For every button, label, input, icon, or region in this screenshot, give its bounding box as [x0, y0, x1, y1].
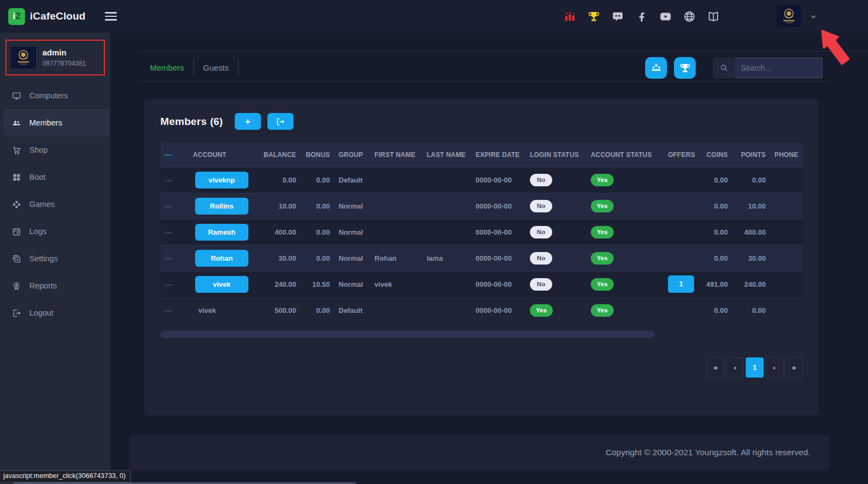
sidebar-item-settings[interactable]: Settings: [0, 245, 110, 272]
account-status-pill: Yes: [591, 252, 614, 265]
cell-first-name: [370, 219, 422, 245]
search-input[interactable]: [735, 58, 822, 78]
row-actions-icon[interactable]: •••: [165, 309, 172, 314]
member-row: •••Ramesh400.000.00Normal0000-00-00NoYes…: [160, 219, 803, 245]
cell-offers: [664, 297, 697, 323]
app-logo[interactable]: i2 iCafeCloud: [0, 8, 85, 25]
website-globe-icon[interactable]: [683, 10, 696, 23]
offers-badge[interactable]: 1: [668, 275, 694, 293]
divider: [138, 81, 829, 81]
chevron-down-icon[interactable]: [809, 12, 818, 21]
login-status-pill: No: [530, 252, 552, 265]
cell-bonus: 0.00: [301, 219, 334, 245]
add-member-button[interactable]: +: [235, 113, 261, 130]
gamepad-icon: [12, 200, 21, 209]
user-avatar[interactable]: [776, 5, 802, 27]
column-header-points: POINTS: [732, 143, 770, 167]
docs-book-icon[interactable]: [707, 10, 720, 23]
app-logo-text: iCafeCloud: [30, 10, 85, 22]
panel-count: (6): [210, 116, 223, 128]
app-logo-icon: i2: [8, 8, 25, 25]
account-label[interactable]: vivek: [198, 306, 216, 315]
discord-icon[interactable]: [611, 10, 624, 23]
member-groups-button[interactable]: [645, 57, 667, 79]
cell-last-name: [422, 219, 471, 245]
cell-phone: [770, 271, 803, 297]
cell-points: 30.00: [732, 245, 770, 271]
cell-group: Normal: [334, 271, 370, 297]
row-actions-icon[interactable]: •••: [165, 256, 172, 262]
pagination-first[interactable]: «: [707, 357, 725, 378]
sidebar-profile[interactable]: admin 097778704381: [5, 40, 105, 76]
cell-account-status: Yes: [586, 297, 664, 323]
divider: [138, 51, 868, 52]
column-header-offers: OFFERS: [664, 143, 697, 167]
column-header-group: GROUP: [334, 143, 370, 167]
youtube-icon[interactable]: [659, 10, 672, 23]
cell-expire-date: 0000-00-00: [471, 297, 526, 323]
sidebar-item-logout[interactable]: Logout: [0, 299, 110, 326]
cell-actions: •••: [160, 271, 189, 297]
member-row: •••Rohan30.000.00NormalRohanlama0000-00-…: [160, 245, 803, 271]
cell-expire-date: 0000-00-00: [471, 245, 526, 271]
pagination-last[interactable]: »: [785, 357, 803, 378]
row-actions-icon[interactable]: •••: [165, 230, 172, 236]
cell-expire-date: 0000-00-00: [471, 167, 526, 193]
tab-guests[interactable]: Guests: [194, 63, 239, 72]
cell-balance: 30.00: [253, 245, 301, 271]
horizontal-scrollbar[interactable]: [160, 331, 655, 338]
sidebar-menu: ComputersMembersShopBootGamesLogsSetting…: [0, 82, 110, 326]
rewards-trophy-icon[interactable]: [588, 10, 600, 23]
cell-account: vivek: [189, 271, 253, 297]
cell-login-status: No: [526, 245, 586, 271]
row-actions-icon[interactable]: •••: [165, 282, 172, 288]
account-button[interactable]: viveknp: [195, 172, 248, 188]
pagination-next[interactable]: ›: [765, 357, 783, 378]
sidebar-item-games[interactable]: Games: [0, 191, 110, 218]
tab-members[interactable]: Members: [141, 63, 193, 72]
pagination-page-1[interactable]: 1: [746, 357, 764, 378]
column-header-actions: •••: [160, 143, 189, 167]
login-status-pill: No: [530, 278, 552, 291]
account-button[interactable]: Rohan: [195, 250, 248, 267]
cell-login-status: No: [526, 167, 586, 193]
facebook-icon[interactable]: [635, 10, 648, 23]
row-actions-icon[interactable]: •••: [165, 204, 172, 210]
divider: [238, 58, 239, 77]
sidebar-item-boot[interactable]: Boot: [0, 164, 110, 191]
cell-coins: 0.00: [697, 167, 732, 193]
cell-balance: 240.00: [253, 271, 301, 297]
sidebar-item-computers[interactable]: Computers: [0, 82, 110, 109]
cell-actions: •••: [160, 193, 189, 219]
columns-settings-icon[interactable]: •••: [165, 153, 172, 158]
badge-icon: [12, 281, 21, 291]
cell-first-name: [370, 193, 422, 219]
account-button[interactable]: Rollins: [195, 198, 248, 215]
cell-actions: •••: [160, 245, 189, 271]
export-members-button[interactable]: [267, 113, 294, 130]
account-button[interactable]: Ramesh: [195, 224, 248, 241]
cell-points: 400.00: [732, 219, 770, 245]
rewards-button[interactable]: [674, 57, 696, 79]
row-actions-icon[interactable]: •••: [165, 178, 172, 184]
account-button[interactable]: vivek: [195, 276, 248, 293]
sidebar-item-shop[interactable]: Shop: [0, 136, 110, 164]
copyright-text: Copyright © 2000-2021 Youngzsoft. All ri…: [605, 448, 810, 457]
pagination-prev[interactable]: ‹: [726, 357, 744, 378]
menu-toggle-icon[interactable]: [103, 8, 119, 25]
table-body: •••viveknp0.000.00Default0000-00-00NoYes…: [160, 167, 803, 323]
cell-coins: 0.00: [697, 193, 732, 219]
rank-stats-icon[interactable]: [564, 10, 576, 23]
cell-account: Ramesh: [189, 219, 253, 245]
login-status-pill: No: [530, 226, 552, 238]
cell-account-status: Yes: [586, 167, 664, 193]
cell-coins: 491.00: [697, 271, 732, 297]
sidebar-item-reports[interactable]: Reports: [0, 272, 110, 299]
sidebar-item-logs[interactable]: Logs: [0, 218, 110, 245]
column-header-phone: PHONE: [770, 143, 803, 167]
column-header-balance: BALANCE: [253, 143, 301, 167]
cell-offers: [664, 245, 697, 271]
member-row: •••vivek500.000.00Default0000-00-00YesYe…: [160, 297, 803, 323]
sidebar-item-members[interactable]: Members: [3, 109, 110, 136]
cell-offers: [664, 193, 697, 219]
